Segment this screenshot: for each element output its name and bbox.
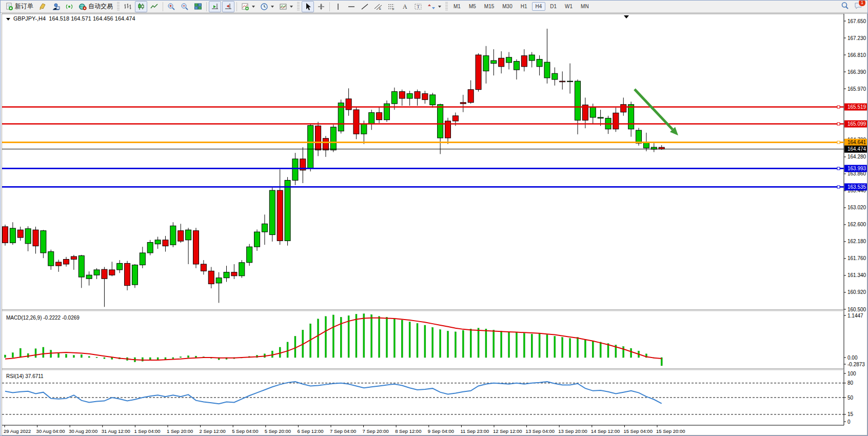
auto-trading-button[interactable]: 自动交易 [76,1,115,12]
indicators-icon [241,3,249,11]
candle-bull [430,95,436,105]
macd-bar [5,355,6,358]
bar-chart-mode-button[interactable] [122,1,134,12]
trendline-icon [361,3,369,11]
price-axis[interactable] [841,14,867,424]
candle-bull [155,240,161,244]
macd-bar [287,342,288,358]
candle-bull [407,93,412,98]
candle-bull [254,232,260,247]
macd-bar [462,330,464,358]
macd-bar [562,338,563,358]
trendline-button[interactable] [359,1,371,12]
candle-bear [468,90,474,103]
dropdown-caret-icon[interactable] [271,6,274,8]
candle-bear [33,230,38,246]
signals-icon [65,3,73,11]
tile-windows-button[interactable] [192,1,204,12]
candle-bull [262,224,267,232]
ohlc-readout: 164.518 164.571 164.456 164.474 [49,15,135,22]
candle-bull [308,126,313,168]
candle-bull [438,105,443,138]
line-chart-mode-button[interactable] [148,1,161,12]
fibonacci-button[interactable]: F [385,1,398,12]
candle-bull [147,243,153,253]
rsi-line [5,382,662,404]
timeframe-d1-button[interactable]: D1 [546,2,560,11]
text-label-button[interactable]: T [412,1,424,12]
candle-bull [10,228,15,243]
dropdown-caret-icon[interactable] [290,6,293,8]
auto-scroll-button[interactable] [209,1,221,12]
equidistant-channel-button[interactable]: E [372,1,384,12]
macd-bar [88,356,90,358]
time-axis[interactable] [2,424,843,435]
cursor-button[interactable] [302,1,314,12]
indicators-button[interactable] [239,1,257,12]
chart-canvas[interactable]: 167.650167.230166.810166.390165.970164.7… [2,14,867,435]
timeframe-m15-button[interactable]: M15 [481,2,498,11]
vertical-line-button[interactable] [332,1,344,12]
styler-button[interactable] [36,1,49,12]
periods-button[interactable] [258,1,276,12]
toolbar-grip[interactable] [445,2,448,11]
macd-bar [630,348,632,358]
timeframe-mn-button[interactable]: MN [577,2,593,11]
candle-bear [399,92,405,98]
arrows-button[interactable] [425,1,443,12]
toolbar-separator [329,2,330,11]
candle-bull [483,56,489,71]
macd-bar [417,323,418,358]
candle-bear [71,256,76,260]
text-button[interactable]: A [399,1,411,12]
zoom-out-button[interactable] [179,1,191,12]
level-handle[interactable] [837,167,840,170]
crosshair-button[interactable] [315,1,327,12]
macd-bar [447,331,449,358]
level-handle[interactable] [837,123,840,125]
macd-bar [577,338,579,358]
signals-button[interactable] [63,1,75,12]
search-button[interactable] [841,2,849,12]
candle-bull [552,73,558,80]
dropdown-caret-icon[interactable] [438,6,441,8]
arrows-icon [427,3,436,11]
macd-bar [66,354,67,358]
templates-button[interactable] [277,1,295,12]
dropdown-caret-icon[interactable] [252,6,255,8]
zoom-in-button[interactable] [165,1,177,12]
candle-bull [369,112,374,124]
candle-bull [330,127,336,150]
chart-shift-marker[interactable] [624,15,629,18]
profile-button[interactable] [50,1,62,12]
macd-bar [35,349,36,358]
notifications-button[interactable]: 1 [854,2,862,12]
timeframe-m30-button[interactable]: M30 [499,2,516,11]
new-order-button[interactable]: 新订单 [3,1,35,12]
macd-bar [73,355,74,358]
toolbar-grip[interactable] [117,2,120,11]
level-handle[interactable] [837,186,840,188]
timeframe-m5-button[interactable]: M5 [465,2,480,11]
timeframe-h4-button[interactable]: H4 [532,2,546,11]
candle-bear [109,270,115,275]
horizontal-line-button[interactable] [345,1,358,12]
svg-text:E: E [379,7,381,10]
timeframe-w1-button[interactable]: W1 [561,2,576,11]
horizontal-line-icon [347,3,356,11]
chart-window[interactable]: GBPJPY-,H4 164.518 164.571 164.456 164.4… [2,13,867,435]
level-handle[interactable] [837,141,840,144]
chart-shift-button[interactable] [222,1,234,12]
styler-icon [38,3,47,11]
candle-bull [285,180,290,241]
collapse-icon[interactable] [6,18,10,21]
candle-bear [521,56,527,67]
macd-bar [493,330,495,358]
timeframe-m1-button[interactable]: M1 [450,2,464,11]
macd-bar [523,333,525,358]
candlestick-mode-button[interactable] [135,1,147,12]
toolbar-grip[interactable] [297,2,300,11]
level-handle[interactable] [837,106,840,108]
candle-bull [170,226,176,245]
timeframe-h1-button[interactable]: H1 [517,2,531,11]
